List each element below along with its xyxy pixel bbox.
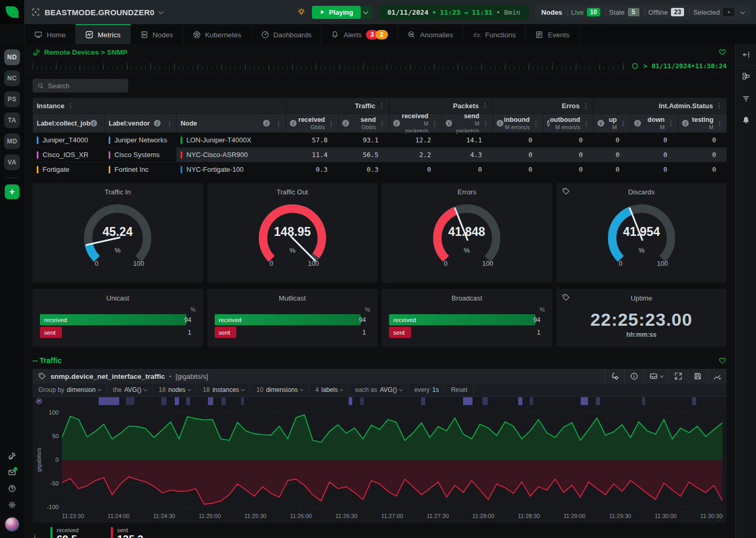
info-icon[interactable]: i (597, 120, 604, 127)
menu-dots-icon[interactable]: ⋮ (328, 120, 334, 127)
save-icon[interactable] (688, 369, 707, 384)
table-cell-value[interactable]: 0 (543, 162, 593, 177)
table-cell-value[interactable]: 0 (442, 162, 492, 177)
info-icon[interactable]: i (634, 120, 641, 127)
chart-control-labels[interactable]: 4labels (309, 384, 349, 396)
column-header-label-vendor[interactable]: Label:vendori⋮ (104, 113, 176, 132)
table-cell[interactable]: LON-Juniper-T4000X (176, 132, 286, 147)
table-cell-value[interactable]: 0 (593, 132, 630, 147)
node-hierarchy-icon[interactable] (742, 72, 750, 80)
alert-count-badge[interactable]: 2 (375, 30, 388, 39)
table-cell-value[interactable]: 0 (492, 132, 543, 147)
tab-alerts[interactable]: Alerts32 (321, 24, 398, 44)
tab-dashboards[interactable]: Dashboards (251, 24, 322, 44)
table-cell-value[interactable]: 12.2 (389, 132, 442, 147)
user-avatar[interactable] (5, 517, 19, 532)
settings-gear-icon[interactable] (8, 501, 16, 509)
table-cell-value[interactable]: 93.1 (338, 132, 389, 147)
nodes-count-offline[interactable]: Offline23 (645, 8, 685, 16)
table-cell-value[interactable]: 14.1 (442, 132, 492, 147)
legend-item-sent[interactable]: sent135.3Gbit/s (111, 527, 163, 538)
column-header-send[interactable]: isendM packets/s⋮ (442, 113, 492, 132)
column-header-received[interactable]: ireceivedM packets/s⋮ (389, 113, 442, 132)
filter-icon[interactable] (742, 94, 750, 102)
menu-dots-icon[interactable]: ⋮ (620, 120, 626, 127)
info-icon[interactable]: i (90, 120, 97, 127)
table-cell[interactable]: Juniper Networks (104, 132, 176, 147)
workspace-nd[interactable]: ND (4, 49, 20, 65)
alerts-bell-icon[interactable] (742, 116, 750, 125)
column-header-label-collect-job[interactable]: Label:collect_jobi⋮ (33, 113, 104, 132)
table-cell[interactable]: Fortinet Inc (104, 162, 176, 177)
search-box[interactable] (33, 79, 128, 92)
column-header-down[interactable]: idownM⋮ (630, 113, 678, 132)
tab-functions[interactable]: f(x)Functions (463, 24, 526, 44)
date-range-picker[interactable]: 01/11/2024 • 11:23 → 11:31 • 8min (379, 5, 529, 19)
menu-dots-icon[interactable]: ⋮ (583, 120, 590, 127)
table-cell-value[interactable]: 0 (630, 162, 678, 177)
tab-events[interactable]: Events (526, 24, 579, 44)
menu-dots-icon[interactable]: ⋮ (379, 120, 385, 127)
menu-dots-icon[interactable]: ⋮ (379, 102, 385, 109)
nodes-count-live[interactable]: Live10 (568, 8, 600, 16)
info-icon[interactable]: i (154, 120, 161, 127)
menu-dots-icon[interactable]: ⋮ (68, 102, 74, 109)
chart-control-avg[interactable]: theAVG() (107, 384, 153, 396)
tab-anomalies[interactable]: Anomalies (398, 24, 463, 44)
search-input[interactable] (48, 82, 123, 90)
column-header-up[interactable]: iupM⋮ (593, 113, 630, 132)
chart-control-1s[interactable]: every1s (408, 384, 445, 396)
table-cell-value[interactable]: 0 (389, 162, 442, 177)
menu-dots-icon[interactable]: ⋮ (482, 102, 488, 109)
column-header-send[interactable]: isendGbit/s⋮ (338, 113, 389, 132)
table-cell-value[interactable]: 0 (543, 132, 593, 147)
dimension-bar-sent[interactable]: sent1 (215, 327, 371, 338)
table-cell[interactable]: NYC-Cisco-ASR900 (176, 147, 286, 162)
nodes-count-selected[interactable]: Selected- (689, 8, 734, 16)
dimension-bar-received[interactable]: received94 (389, 314, 545, 325)
space-selector[interactable]: BEASTMODE.GROUNDZER0 (24, 0, 170, 24)
menu-dots-icon[interactable]: ⋮ (716, 102, 722, 109)
tab-kubernetes[interactable]: Kubernetes (183, 24, 251, 44)
dimension-bar-received[interactable]: received94 (215, 314, 371, 325)
menu-dots-icon[interactable]: ⋮ (166, 120, 173, 127)
table-cell-value[interactable]: 57.8 (286, 132, 338, 147)
fullscreen-icon[interactable] (668, 369, 688, 384)
tips-bulb-icon[interactable] (297, 8, 306, 16)
rocket-icon[interactable] (8, 452, 16, 460)
add-workspace-button[interactable]: + (5, 184, 19, 199)
menu-dots-icon[interactable]: ⋮ (533, 120, 539, 127)
favorite-heart-icon[interactable] (718, 48, 727, 56)
info-icon[interactable]: i (290, 120, 297, 127)
table-cell-value[interactable]: 2.2 (389, 147, 442, 162)
table-cell[interactable]: Cisco_IOS_XR (33, 147, 104, 162)
favorite-heart-icon[interactable] (718, 356, 727, 365)
collapse-sidebar-icon[interactable] (742, 50, 750, 59)
info-icon[interactable]: i (497, 120, 503, 127)
table-cell-value[interactable]: 0 (678, 132, 727, 147)
tab-metrics[interactable]: Metrics (76, 24, 131, 44)
play-control[interactable]: Playing (312, 6, 373, 19)
add-to-dashboard-icon[interactable] (707, 369, 727, 384)
nodes-summary[interactable]: Nodes Live10Stale5Offline23Selected- (535, 5, 751, 19)
column-header-inbound[interactable]: iinboundM errors/s⋮ (492, 113, 543, 132)
workspace-md[interactable]: MD (4, 133, 20, 149)
workspace-ta[interactable]: TA (4, 112, 20, 128)
plot-area[interactable] (62, 408, 722, 511)
menu-dots-icon[interactable]: ⋮ (668, 120, 674, 127)
table-cell-value[interactable]: 0 (630, 147, 678, 162)
dimension-bar-received[interactable]: received94 (40, 314, 196, 325)
column-header-node[interactable]: Nodei⋮ (176, 113, 286, 132)
table-cell-value[interactable]: 0 (593, 162, 630, 177)
column-header-outbound[interactable]: ioutboundM errors/s⋮ (543, 113, 593, 132)
metric-correlations-icon[interactable] (644, 369, 668, 384)
info-icon[interactable]: i (446, 120, 452, 127)
table-cell-value[interactable]: 0 (492, 162, 543, 177)
workspace-nc[interactable]: NC (4, 70, 20, 86)
column-header-received[interactable]: ireceivedGbit/s⋮ (286, 113, 338, 132)
column-group-erros[interactable]: Erros⋮ (492, 98, 593, 113)
info-icon[interactable]: i (393, 120, 400, 127)
chart-control-dimensions[interactable]: 10dimensions (250, 384, 309, 396)
table-cell-value[interactable]: 0 (593, 147, 630, 162)
breadcrumb[interactable]: Remote Devices > SNMP (33, 48, 128, 56)
